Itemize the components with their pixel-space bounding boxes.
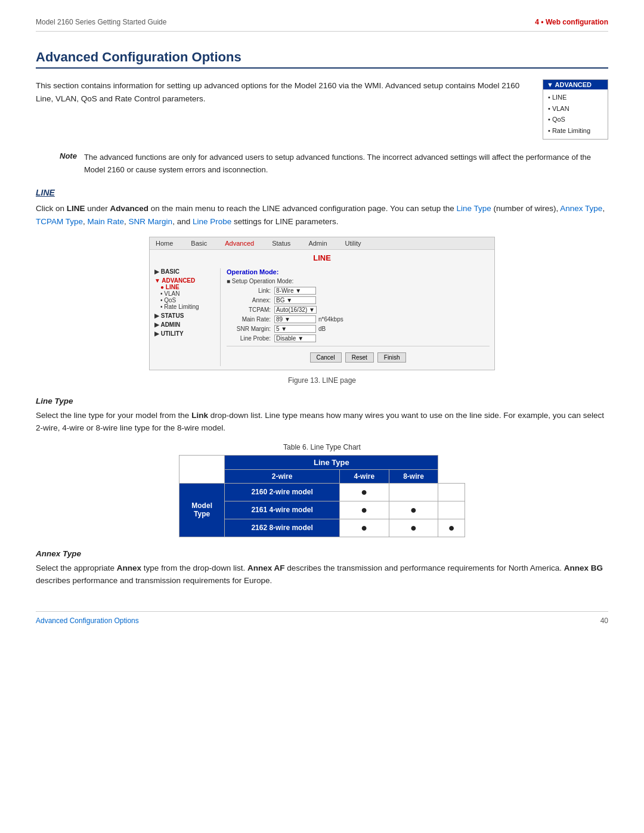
line-type-chart-area: Table 6. Line Type Chart Line Type 2-wir… xyxy=(179,443,465,537)
ss-field-mainrate: Main Rate: 89 ▼ n*64kbps xyxy=(227,315,490,323)
annex-type-heading: Annex Type xyxy=(36,549,608,558)
model-type-label: Model xyxy=(183,501,221,510)
ss-unit-mainrate: n*64kbps xyxy=(318,316,343,323)
intro-area: This section contains information for se… xyxy=(36,79,608,140)
annex-bg-bold: Annex BG xyxy=(564,563,603,572)
screenshot-box: Home Basic Advanced Status Admin Utility… xyxy=(149,237,495,370)
table-4wire-header: 4-wire xyxy=(339,469,389,483)
model-type-label2: Type xyxy=(183,510,221,518)
intro-text: This section contains information for se… xyxy=(36,79,531,140)
ss-select-snr[interactable]: 5 ▼ xyxy=(274,325,316,333)
line-body-text: Click on LINE under Advanced on the main… xyxy=(36,202,608,228)
ss-label-tcpam: TCPAM: xyxy=(227,306,274,313)
ss-label-link: Link: xyxy=(227,287,274,294)
ss-main: Operation Mode: ■ Setup Operation Mode: … xyxy=(220,268,490,366)
model-2162-label: 2162 8-wire model xyxy=(225,519,340,537)
link-line-probe[interactable]: Line Probe xyxy=(193,217,231,226)
link-line-type[interactable]: Line Type xyxy=(456,204,491,213)
link-annex-type[interactable]: Annex Type xyxy=(560,204,602,213)
annex-type-section: Annex Type Select the appropriate Annex … xyxy=(36,549,608,587)
ss-buttons: Cancel Reset Finish xyxy=(227,350,490,366)
ss-op-mode-label: Operation Mode: xyxy=(227,268,490,275)
ss-menu-home: Home xyxy=(156,240,173,247)
ss-sidebar-advanced-group: ▼ ADVANCED ● LINE • VLAN • QoS • Rate Li… xyxy=(154,277,215,310)
ss-sidebar-advanced-label: ADVANCED xyxy=(162,277,195,284)
ss-sidebar-qos: • QoS xyxy=(154,297,215,304)
ss-unit-snr: dB xyxy=(318,326,326,332)
ss-reset-button[interactable]: Reset xyxy=(345,352,374,363)
link-main-rate[interactable]: Main Rate xyxy=(88,217,125,226)
ss-sidebar-utility-group: ▶ UTILITY xyxy=(154,330,215,337)
ss-sidebar-utility-label: UTILITY xyxy=(161,330,184,337)
ss-label-mainrate: Main Rate: xyxy=(227,316,274,323)
line-type-table: Line Type 2-wire 4-wire 8-wire Model Typ… xyxy=(179,455,465,537)
ss-finish-button[interactable]: Finish xyxy=(377,352,407,363)
model-2160-2wire: ● xyxy=(339,483,389,501)
table-8wire-header: 8-wire xyxy=(389,469,438,483)
line-type-body: Select the line type for your model from… xyxy=(36,409,608,435)
ss-menu-status: Status xyxy=(272,240,290,247)
ss-sidebar-vlan: • VLAN xyxy=(154,290,215,297)
model-2160-8wire xyxy=(438,483,465,501)
ss-sidebar-basic-arrow: ▶ xyxy=(154,268,161,275)
ss-menu-bar: Home Basic Advanced Status Admin Utility xyxy=(150,237,494,250)
ss-field-snr: SNR Margin: 5 ▼ dB xyxy=(227,325,490,333)
note-label: Note xyxy=(60,151,77,176)
advanced-bold: Advanced xyxy=(110,204,149,213)
ss-field-link: Link: 8-Wire ▼ xyxy=(227,287,490,295)
table-2wire-header: 2-wire xyxy=(225,469,340,483)
ss-field-annex: Annex: BG ▼ xyxy=(227,296,490,304)
footer-left: Advanced Configuration Options xyxy=(36,617,139,625)
model-2162-4wire: ● xyxy=(389,519,438,537)
ss-select-annex[interactable]: BG ▼ xyxy=(274,296,316,304)
header-right: 4 • Web configuration xyxy=(535,18,608,26)
annex-af-bold: Annex AF xyxy=(247,563,285,572)
link-tcpam-type[interactable]: TCPAM Type xyxy=(36,217,83,226)
ss-select-link[interactable]: 8-Wire ▼ xyxy=(274,287,316,295)
ss-divider xyxy=(227,346,490,346)
ss-sidebar-status-group: ▶ STATUS xyxy=(154,312,215,319)
table-corner-cell xyxy=(179,455,225,483)
annex-type-body: Select the appropriate Annex type from t… xyxy=(36,562,608,587)
ss-page-title: LINE xyxy=(150,250,494,265)
link-dropdown-bold: Link xyxy=(191,411,208,420)
model-2161-4wire: ● xyxy=(389,501,438,519)
page-wrapper: Model 2160 Series Getting Started Guide … xyxy=(0,0,644,833)
link-snr-margin[interactable]: SNR Margin xyxy=(129,217,173,226)
ss-menu-utility: Utility xyxy=(345,240,361,247)
model-2162-2wire: ● xyxy=(339,519,389,537)
ss-select-lineprobe[interactable]: Disable ▼ xyxy=(274,335,316,342)
line-type-section: Line Type Select the line type for your … xyxy=(36,397,608,435)
ss-label-annex: Annex: xyxy=(227,297,274,304)
ss-select-tcpam[interactable]: Auto(16/32) ▼ xyxy=(274,306,317,314)
model-2161-8wire xyxy=(438,501,465,519)
ss-sidebar-status-label: STATUS xyxy=(161,312,184,319)
ss-select-mainrate[interactable]: 89 ▼ xyxy=(274,315,316,323)
ss-menu-admin: Admin xyxy=(308,240,327,247)
ss-label-snr: SNR Margin: xyxy=(227,326,274,332)
ss-sidebar-rate-limiting: • Rate Limiting xyxy=(154,304,215,310)
footer-right: 40 xyxy=(600,617,608,625)
table-title: Table 6. Line Type Chart xyxy=(179,443,465,451)
ss-sidebar: ▶ BASIC ▼ ADVANCED ● LINE • VLAN • QoS •… xyxy=(154,268,220,366)
nav-rate-limiting: • Rate Limiting xyxy=(548,125,603,137)
ss-menu-advanced: Advanced xyxy=(225,240,254,247)
ss-content: ▶ BASIC ▼ ADVANCED ● LINE • VLAN • QoS •… xyxy=(150,265,494,370)
ss-field-tcpam: TCPAM: Auto(16/32) ▼ xyxy=(227,306,490,314)
ss-sidebar-utility-arrow: ▶ xyxy=(154,330,161,337)
annex-bold: Annex xyxy=(117,563,141,572)
nav-line: • LINE xyxy=(548,92,603,103)
ss-sidebar-admin-arrow: ▶ xyxy=(154,321,160,328)
header-left: Model 2160 Series Getting Started Guide xyxy=(36,18,166,26)
ss-field-lineprobe: Line Probe: Disable ▼ xyxy=(227,335,490,342)
ss-setup-label: ■ Setup Operation Mode: xyxy=(227,278,490,284)
table-linetype-header: Line Type xyxy=(225,455,438,469)
page-footer: Advanced Configuration Options 40 xyxy=(36,611,608,625)
line-type-heading: Line Type xyxy=(36,397,608,405)
note-area: Note The advanced functions are only for… xyxy=(60,151,608,176)
section-title: Advanced Configuration Options xyxy=(36,49,608,69)
model-2162-8wire: ● xyxy=(438,519,465,537)
model-2160-4wire xyxy=(389,483,438,501)
ss-sidebar-advanced-arrow: ▼ xyxy=(154,277,162,284)
ss-cancel-button[interactable]: Cancel xyxy=(310,352,342,363)
